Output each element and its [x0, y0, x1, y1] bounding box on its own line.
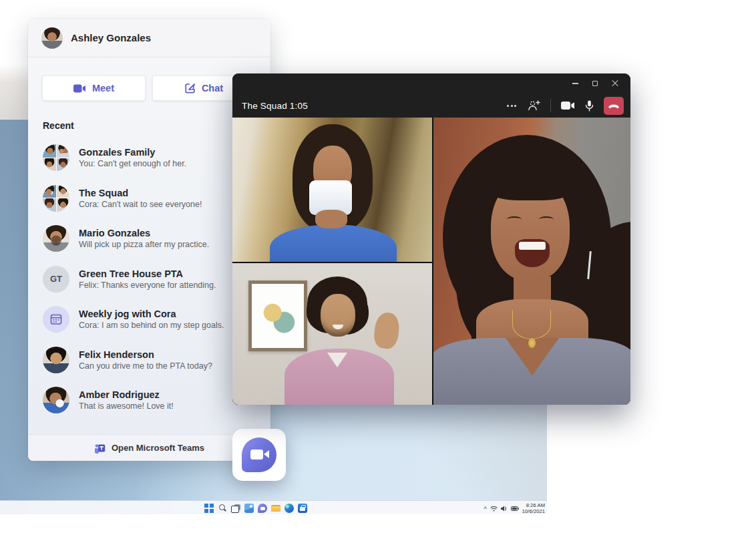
calendar-icon: [50, 313, 62, 325]
volume-icon[interactable]: [501, 506, 508, 512]
taskbar: ^ 8:26 AM 10/6/2021: [0, 500, 547, 514]
open-teams-label: Open Microsoft Teams: [112, 443, 204, 453]
group-avatar: [43, 144, 69, 171]
search-icon[interactable]: [218, 504, 227, 513]
conversation-preview: That is awesome! Love it!: [79, 401, 174, 411]
chevron-up-icon[interactable]: ^: [484, 506, 487, 512]
meet-button[interactable]: Meet: [42, 75, 146, 101]
video-grid: [232, 118, 630, 405]
file-explorer-icon[interactable]: [271, 504, 280, 513]
clock-time: 8:26 AM: [522, 502, 545, 508]
avatar[interactable]: [41, 27, 63, 49]
conversation-preview: Cora: Can't wait to see everyone!: [79, 200, 202, 209]
call-window: The Squad 1:05: [232, 73, 630, 405]
conversation-preview: Felix: Thanks everyone for attending.: [79, 281, 216, 290]
taskbar-icon-group: [204, 501, 307, 514]
conversation-preview: Cora: I am so behind on my step goals.: [79, 321, 224, 330]
profile-header: Ashley Gonzales: [28, 19, 270, 57]
profile-name: Ashley Gonzales: [71, 32, 151, 43]
conversation-preview: You: Can't get enough of her.: [79, 159, 186, 168]
background-grey-band: [0, 64, 28, 119]
widgets-icon[interactable]: [244, 504, 254, 513]
initials-avatar: GT: [43, 266, 69, 293]
teams-video-chat-icon: [242, 437, 276, 472]
chat-button-label: Chat: [202, 83, 223, 94]
video-tile-participant-laughing: [433, 118, 630, 405]
taskbar-clock[interactable]: 8:26 AM 10/6/2021: [522, 502, 545, 514]
call-title: The Squad 1:05: [242, 101, 308, 111]
microphone-icon[interactable]: [585, 100, 594, 112]
teams-logo-icon: [94, 443, 106, 453]
minimize-icon[interactable]: [565, 75, 585, 92]
close-icon[interactable]: [605, 75, 625, 92]
hang-up-button[interactable]: [604, 97, 624, 115]
microsoft-store-icon[interactable]: [298, 504, 307, 513]
conversation-title: Gonzales Family: [79, 147, 186, 158]
meet-button-label: Meet: [92, 83, 114, 94]
conversation-title: Amber Rodriguez: [79, 389, 174, 400]
avatar: [43, 225, 69, 252]
hang-up-icon: [608, 103, 620, 109]
conversation-preview: Will pick up pizza after my practice.: [79, 240, 209, 249]
bloom-wallpaper: [246, 403, 526, 514]
start-icon[interactable]: [204, 504, 214, 513]
video-camera-icon: [73, 84, 86, 93]
chat-launcher-card[interactable]: [232, 429, 286, 481]
conversation-title: Weekly jog with Cora: [79, 309, 224, 319]
avatar: [43, 347, 69, 373]
controls-divider: [550, 99, 551, 112]
system-tray: ^ 8:26 AM 10/6/2021: [484, 501, 546, 514]
more-options-icon[interactable]: [506, 102, 518, 110]
wifi-icon[interactable]: [490, 506, 498, 512]
conversation-preview: Can you drive me to the PTA today?: [79, 361, 212, 371]
window-controls: [565, 75, 625, 92]
recent-section-title: Recent: [43, 120, 74, 131]
marketing-composite: ^ 8:26 AM 10/6/2021: [0, 0, 756, 545]
video-tile-participant-with-mug: [232, 118, 432, 262]
conversation-title: Mario Gonzales: [79, 228, 209, 238]
group-avatar: [43, 185, 69, 212]
call-controls: [506, 96, 624, 116]
avatar: [43, 387, 69, 413]
quick-actions: Meet Chat: [42, 75, 256, 101]
calendar-avatar: [43, 306, 69, 333]
maximize-icon[interactable]: [585, 75, 605, 92]
camera-icon[interactable]: [561, 101, 575, 110]
battery-icon[interactable]: [511, 506, 519, 511]
edge-icon[interactable]: [285, 504, 294, 513]
teams-chat-icon[interactable]: [258, 504, 267, 513]
conversation-title: Green Tree House PTA: [79, 268, 216, 279]
conversation-title: Felix Henderson: [79, 349, 212, 360]
conversation-title: The Squad: [79, 188, 202, 198]
compose-icon: [185, 83, 196, 94]
add-participant-icon[interactable]: [528, 100, 540, 111]
clock-date: 10/6/2021: [522, 508, 545, 514]
call-titlebar: The Squad 1:05: [232, 73, 630, 118]
task-view-icon[interactable]: [231, 504, 240, 513]
video-tile-participant-waving: [232, 263, 432, 405]
